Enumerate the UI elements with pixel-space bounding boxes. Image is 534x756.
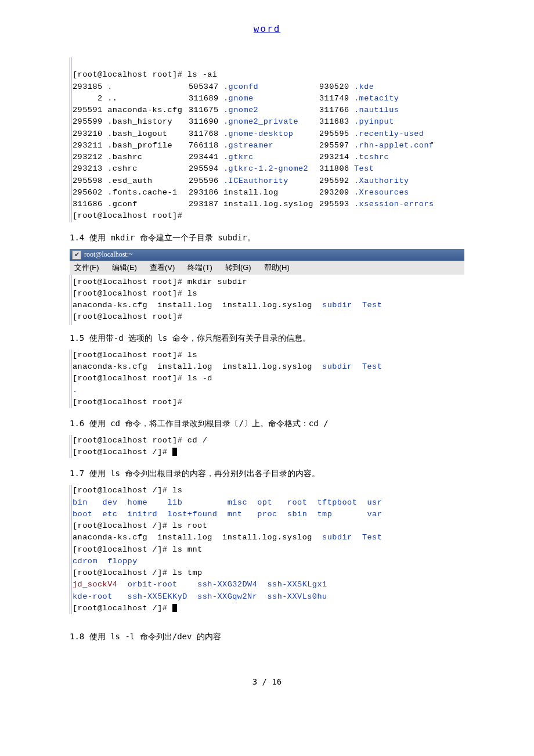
terminal-body[interactable]: [root@localhost root]# mkdir subdir [roo… xyxy=(70,275,464,325)
page-number: 3 / 16 xyxy=(70,677,464,686)
row: 295599 .bash_history311690.gnome2_privat… xyxy=(73,117,394,126)
section-1-7-title: 1.7 使用 ls 命令列出根目录的内容，再分别列出各子目录的内容。 xyxy=(70,469,464,479)
section-1-4-title: 1.4 使用 mkdir 命令建立一个子目录 subdir。 xyxy=(70,233,464,243)
menu-terminal[interactable]: 终端(T) xyxy=(187,262,212,273)
window-titlebar[interactable]: ✔ root@localhost:~ xyxy=(70,249,464,261)
prompt: [root@localhost root]# xyxy=(73,211,182,220)
word-link[interactable]: word xyxy=(254,23,281,34)
row: 2 ..311689.gnome311749.metacity xyxy=(73,94,399,103)
menu-go[interactable]: 转到(G) xyxy=(225,262,251,273)
section-1-5-title: 1.5 使用带-d 选项的 ls 命令，你只能看到有关子目录的信息。 xyxy=(70,333,464,344)
row: 311686 .gconf293187install.log.syslog295… xyxy=(73,200,434,208)
menu-edit[interactable]: 编辑(E) xyxy=(112,262,137,273)
row: 293211 .bash_profile766118.gstreamer2955… xyxy=(73,141,434,150)
ls-ai-output: [root@localhost root]# ls -ai 293185 .50… xyxy=(70,57,464,222)
menu-view[interactable]: 查看(V) xyxy=(150,262,175,273)
window-menu-icon[interactable]: ✔ xyxy=(72,250,81,260)
header-link: word xyxy=(70,23,464,34)
terminal-window: ✔ root@localhost:~ 文件(F) 编辑(E) 查看(V) 终端(… xyxy=(70,249,464,325)
row: 293212 .bashrc293441.gtkrc293214.tcshrc xyxy=(73,153,389,161)
window-title: root@localhost:~ xyxy=(84,250,133,259)
row: 293210 .bash_logout311768.gnome-desktop2… xyxy=(73,129,424,138)
ls-root-output: [root@localhost /]# ls bin dev home lib … xyxy=(70,485,464,614)
menu-file[interactable]: 文件(F) xyxy=(74,262,99,273)
row: 295598 .esd_auth295596.ICEauthority29559… xyxy=(73,177,409,185)
row: 295591 anaconda-ks.cfg311675.gnome231176… xyxy=(73,106,399,114)
cd-output: [root@localhost root]# cd / [root@localh… xyxy=(70,435,464,459)
row: 295602 .fonts.cache-1293186install.log29… xyxy=(73,188,409,197)
menu-bar: 文件(F) 编辑(E) 查看(V) 终端(T) 转到(G) 帮助(H) xyxy=(70,261,464,275)
ls-d-output: [root@localhost root]# ls anaconda-ks.cf… xyxy=(70,350,464,408)
prompt: [root@localhost root]# ls -ai xyxy=(73,70,217,79)
menu-help[interactable]: 帮助(H) xyxy=(264,262,290,273)
row: 293213 .cshrc295594.gtkrc-1.2-gnome23118… xyxy=(73,164,374,173)
section-1-8-title: 1.8 使用 ls -l 命令列出/dev 的内容 xyxy=(70,632,464,642)
section-1-6-title: 1.6 使用 cd 命令，将工作目录改到根目录〔/〕上。命令格式：cd / xyxy=(70,419,464,429)
row: 293185 .505347.gconfd930520.kde xyxy=(73,82,374,91)
